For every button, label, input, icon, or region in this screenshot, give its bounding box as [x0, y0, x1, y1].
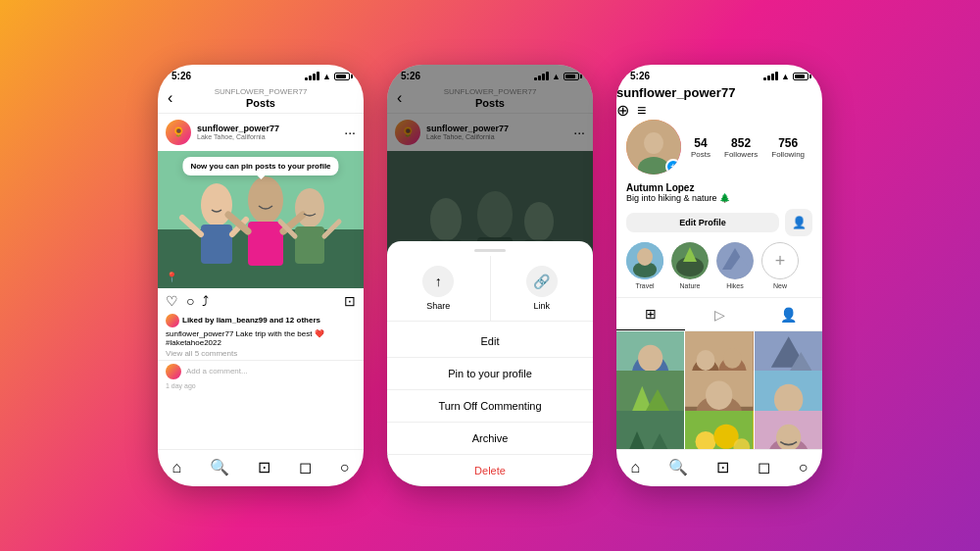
tagged-icon-3: 👤	[780, 307, 797, 323]
status-icons-1: ▲	[305, 72, 350, 81]
post-image-1: Now you can pin posts to your profile 📍	[158, 151, 364, 288]
search-nav-3[interactable]: 🔍	[668, 458, 688, 476]
avatar-1: 🌻	[166, 120, 191, 145]
stats-row-3: 54 Posts 852 Followers 756 Following	[691, 136, 805, 159]
svg-point-4	[248, 176, 283, 224]
svg-point-51	[706, 381, 732, 410]
signal-icon-1	[305, 72, 319, 80]
status-time-3: 5:26	[630, 71, 650, 81]
shop-nav-1[interactable]: ◻	[299, 458, 312, 476]
commenting-menu-item-2[interactable]: Turn Off Commenting	[387, 390, 593, 423]
highlight-hikes-3[interactable]: Hikes	[716, 242, 754, 289]
profile-avatar-3: +	[626, 120, 681, 175]
avatar-add-button-3[interactable]: +	[665, 159, 681, 175]
highlight-new-3[interactable]: + New	[761, 242, 799, 289]
share-button-1[interactable]: ⤴	[202, 293, 209, 309]
home-nav-3[interactable]: ⌂	[630, 459, 640, 476]
share-link-row-2: ↑ Share 🔗 Link	[387, 256, 593, 322]
svg-point-39	[697, 350, 715, 371]
followers-stat-3[interactable]: 852 Followers	[724, 136, 758, 159]
app-header-1: ‹ SUNFLOWER_POWER77 Posts	[158, 83, 364, 114]
header-center-1: SUNFLOWER_POWER77 Posts	[215, 87, 308, 109]
status-icons-3: ▲	[763, 72, 808, 81]
profile-nav-3[interactable]: ○	[799, 459, 808, 476]
grid-icon-3: ⊞	[645, 306, 657, 322]
svg-rect-7	[295, 226, 324, 264]
add-person-icon-3: 👤	[792, 216, 807, 229]
bio-name-3: Autumn Lopez	[626, 182, 812, 193]
context-menu-2: ↑ Share 🔗 Link Edit Pin to your profile …	[387, 241, 593, 486]
more-options-1[interactable]: ···	[344, 125, 356, 140]
menu-handle-2	[474, 249, 506, 252]
battery-icon-3	[793, 73, 808, 80]
grid-photo-7[interactable]	[616, 411, 684, 449]
add-comment-placeholder-1[interactable]: Add a comment...	[186, 367, 248, 376]
home-nav-1[interactable]: ⌂	[172, 459, 181, 476]
add-person-button-3[interactable]: 👤	[785, 209, 812, 236]
profile-nav-1[interactable]: ○	[340, 459, 350, 476]
pin-menu-item-2[interactable]: Pin to your profile	[387, 358, 593, 390]
followers-count-3: 852	[724, 136, 758, 150]
delete-menu-item-2[interactable]: Delete	[387, 455, 593, 486]
reels-icon-3: ▷	[714, 307, 725, 323]
svg-point-26	[637, 248, 653, 266]
pin-tooltip-1: Now you can pin posts to your profile	[182, 157, 338, 175]
following-count-3: 756	[771, 136, 805, 150]
back-button-1[interactable]: ‹	[168, 89, 172, 107]
likes-text-1: Liked by liam_beanz99 and 12 others	[182, 316, 320, 325]
grid-photo-9[interactable]	[755, 411, 822, 449]
highlight-nature-3[interactable]: Nature	[671, 242, 709, 289]
svg-point-35	[638, 345, 662, 372]
share-button-2[interactable]: ↑ Share	[387, 256, 491, 321]
reels-nav-3[interactable]: ⊡	[716, 458, 729, 476]
add-post-button-3[interactable]: ⊕	[616, 101, 629, 120]
menu-button-3[interactable]: ≡	[637, 102, 646, 120]
status-bar-1: 5:26 ▲	[158, 65, 364, 83]
commenter-avatar-1	[166, 364, 181, 379]
archive-menu-item-2[interactable]: Archive	[387, 423, 593, 455]
highlight-label-hikes-3: Hikes	[726, 282, 744, 289]
grid-photo-8[interactable]	[685, 411, 753, 449]
tab-tagged-3[interactable]: 👤	[754, 298, 822, 330]
link-label-2: Link	[533, 301, 550, 311]
profile-tabs-3: ⊞ ▷ 👤	[616, 297, 822, 331]
highlight-travel-3[interactable]: Travel	[626, 242, 663, 289]
bio-text-3: Big into hiking & nature 🌲	[626, 193, 812, 203]
highlight-label-new-3: New	[773, 282, 787, 289]
svg-rect-3	[201, 225, 232, 264]
profile-header-icons-3: ⊕ ≡	[616, 101, 822, 120]
post-username-1: sunflower_power77	[197, 124, 338, 133]
search-nav-1[interactable]: 🔍	[210, 458, 229, 476]
bookmark-button-1[interactable]: ⊡	[344, 293, 356, 309]
tab-grid-3[interactable]: ⊞	[616, 298, 685, 330]
caption-1: sunflower_power77 Lake trip with the bes…	[158, 329, 364, 349]
like-button-1[interactable]: ♡	[166, 293, 178, 309]
liker-avatar-1	[166, 314, 179, 327]
caption-text-1: sunflower_power77 Lake trip with the bes…	[166, 329, 324, 347]
highlights-row-3: Travel Nature Hikes + New	[616, 242, 822, 297]
comment-button-1[interactable]: ○	[186, 293, 194, 309]
profile-username-3: sunflower_power77	[616, 85, 735, 100]
edit-menu-item-2[interactable]: Edit	[387, 326, 593, 358]
following-stat-3[interactable]: 756 Following	[771, 136, 805, 159]
battery-icon-1	[334, 73, 350, 80]
highlight-circle-hikes-3	[716, 242, 754, 279]
posts-label-3: Posts	[691, 150, 710, 159]
link-button-2[interactable]: 🔗 Link	[491, 256, 594, 321]
status-time-1: 5:26	[172, 71, 191, 81]
highlight-circle-new-3: +	[761, 242, 799, 279]
view-comments-1[interactable]: View all 5 comments	[158, 349, 364, 360]
profile-info-3: + 54 Posts 852 Followers 756 Following	[616, 120, 822, 182]
location-pin-1: 📍	[166, 272, 177, 282]
edit-profile-button-3[interactable]: Edit Profile	[626, 213, 779, 232]
highlight-circle-nature-3	[671, 242, 709, 279]
share-icon-2: ↑	[422, 266, 454, 297]
likes-row-1: Liked by liam_beanz99 and 12 others	[158, 314, 364, 329]
header-title-1: Posts	[215, 97, 308, 109]
profile-header-3: sunflower_power77 ⊕ ≡	[616, 83, 822, 120]
post-header-1: 🌻 sunflower_power77 Lake Tahoe, Californ…	[158, 114, 364, 151]
svg-rect-56	[616, 411, 684, 449]
tab-reels-3[interactable]: ▷	[685, 298, 754, 330]
shop-nav-3[interactable]: ◻	[758, 458, 770, 476]
reels-nav-1[interactable]: ⊡	[258, 458, 270, 476]
